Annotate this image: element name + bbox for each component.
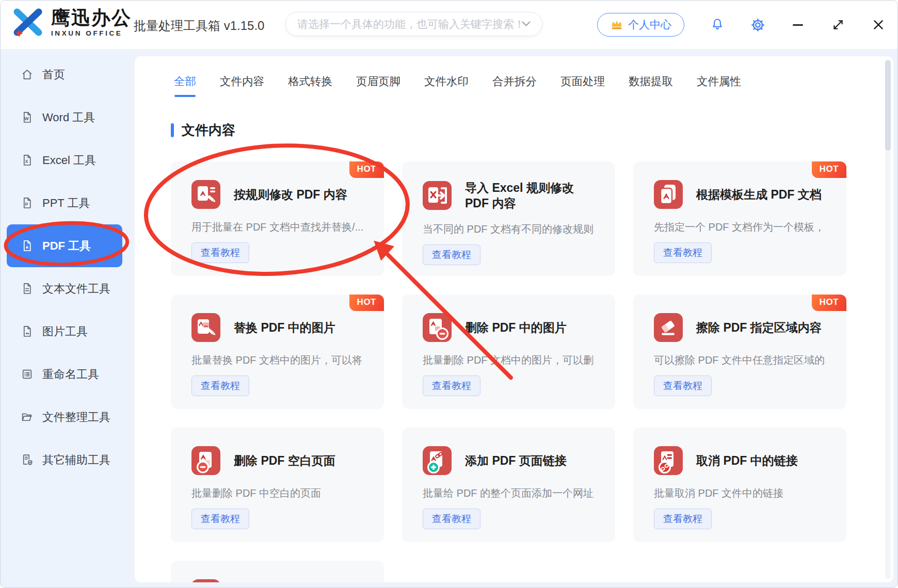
sidebar-item-label: 首页 xyxy=(42,67,65,83)
tutorial-button[interactable]: 查看教程 xyxy=(423,375,480,396)
card-title: 取消 PDF 中的链接 xyxy=(696,453,798,468)
pdf-link-cancel-icon xyxy=(654,446,683,475)
card-modify-pdf-by-rule[interactable]: HOT 按规则修改 PDF 内容 用于批量在 PDF 文档中查找并替换/... … xyxy=(171,161,384,276)
sidebar-item-excel-tools[interactable]: X Excel 工具 xyxy=(1,139,127,182)
sidebar: 首页 W Word 工具 X Excel 工具 P PPT 工具 PDF 工具 … xyxy=(1,49,127,587)
sidebar-item-label: Excel 工具 xyxy=(42,153,96,168)
bell-icon[interactable] xyxy=(709,16,726,34)
tab-file-content[interactable]: 文件内容 xyxy=(220,74,264,97)
svg-text:X: X xyxy=(25,159,28,164)
card-add-pdf-page-links[interactable]: 添加 PDF 页面链接 批量给 PDF 的整个页面添加一个网址... 查看教程 xyxy=(402,428,615,542)
brand-name: 鹰迅办公 xyxy=(51,8,132,27)
brand-logo: 鹰迅办公 INXUN OFFICE xyxy=(12,8,132,38)
user-center-label: 个人中心 xyxy=(628,18,671,32)
text-file-icon xyxy=(20,282,34,296)
pdf-link-add-icon xyxy=(423,446,452,475)
card-title: 按规则修改 PDF 内容 xyxy=(234,187,347,202)
folder-open-icon xyxy=(20,411,34,424)
sidebar-item-label: PDF 工具 xyxy=(42,238,91,254)
card-description: 批量替换 PDF 文档中的图片，可以将... xyxy=(191,353,363,367)
tutorial-button[interactable]: 查看教程 xyxy=(191,375,249,396)
hot-badge: HOT xyxy=(812,295,846,311)
sidebar-item-word-tools[interactable]: W Word 工具 xyxy=(1,96,127,139)
search-input[interactable] xyxy=(297,18,522,30)
tab-file-attributes[interactable]: 文件属性 xyxy=(697,74,741,97)
card-description: 批量删除 PDF 文档中的图片，可以删... xyxy=(423,353,595,367)
tab-format-convert[interactable]: 格式转换 xyxy=(288,74,332,97)
tutorial-button[interactable]: 查看教程 xyxy=(191,242,249,263)
sidebar-item-image-tools[interactable]: 图片工具 xyxy=(1,310,127,353)
brand-subtitle: INXUN OFFICE xyxy=(51,30,132,37)
card-title: 替换 PDF 中的图片 xyxy=(234,320,335,335)
sidebar-item-rename-tools[interactable]: 重命名工具 xyxy=(1,353,127,396)
sidebar-item-label: Word 工具 xyxy=(42,110,95,125)
pdf-image-replace-icon xyxy=(191,313,220,342)
tab-header-footer[interactable]: 页眉页脚 xyxy=(356,74,400,97)
sidebar-item-label: 图片工具 xyxy=(42,324,88,339)
card-description: 批量删除 PDF 中空白的页面 xyxy=(191,486,363,500)
pdf-edit-icon xyxy=(191,180,220,209)
sidebar-item-label: 其它辅助工具 xyxy=(42,452,110,468)
card-title: 根据模板生成 PDF 文档 xyxy=(696,187,822,202)
tab-page-process[interactable]: 页面处理 xyxy=(560,74,605,97)
card-title: 删除 PDF 空白页面 xyxy=(234,453,335,468)
card-title: 删除 PDF 中的图片 xyxy=(465,320,567,335)
section-header: 文件内容 xyxy=(171,121,235,139)
card-description: 当不同的 PDF 文档有不同的修改规则... xyxy=(423,222,595,236)
sidebar-item-label: PPT 工具 xyxy=(42,195,90,211)
sidebar-item-pdf-tools[interactable]: PDF 工具 xyxy=(7,224,122,267)
sidebar-item-file-organize-tools[interactable]: 文件整理工具 xyxy=(1,396,127,438)
tutorial-button[interactable]: 查看教程 xyxy=(654,242,712,263)
search-box[interactable] xyxy=(285,12,542,36)
sidebar-item-home[interactable]: 首页 xyxy=(1,53,127,96)
partial-tool-card[interactable] xyxy=(171,561,384,582)
card-description: 先指定一个 PDF 文档作为一个模板，... xyxy=(654,220,826,234)
tutorial-button[interactable]: 查看教程 xyxy=(423,509,480,529)
tutorial-button[interactable]: 查看教程 xyxy=(654,375,712,396)
tutorial-button[interactable]: 查看教程 xyxy=(654,509,712,529)
hot-badge: HOT xyxy=(812,161,846,178)
card-replace-pdf-images[interactable]: HOT 替换 PDF 中的图片 批量替换 PDF 文档中的图片，可以将... 查… xyxy=(171,295,384,409)
tab-watermark[interactable]: 文件水印 xyxy=(424,74,469,97)
pdf-template-icon xyxy=(654,180,683,209)
sidebar-item-text-file-tools[interactable]: 文本文件工具 xyxy=(1,267,127,310)
image-file-icon xyxy=(20,325,34,338)
card-erase-pdf-region[interactable]: HOT 擦除 PDF 指定区域内容 可以擦除 PDF 文件中任意指定区域的...… xyxy=(633,295,846,409)
maximize-button[interactable] xyxy=(829,16,847,34)
card-title: 擦除 PDF 指定区域内容 xyxy=(696,320,822,335)
excel-doc-icon: X xyxy=(20,154,34,167)
tab-merge-split[interactable]: 合并拆分 xyxy=(492,74,537,97)
scrollbar-thumb[interactable] xyxy=(885,60,891,151)
main-panel: 全部 文件内容 格式转换 页眉页脚 文件水印 合并拆分 页面处理 数据提取 文件… xyxy=(135,56,893,582)
tab-data-extract[interactable]: 数据提取 xyxy=(629,74,673,97)
crown-icon xyxy=(610,19,623,31)
sidebar-item-other-tools[interactable]: 其它辅助工具 xyxy=(1,438,127,481)
card-delete-blank-pages[interactable]: 删除 PDF 空白页面 批量删除 PDF 中空白的页面 查看教程 xyxy=(171,428,384,542)
user-center-button[interactable]: 个人中心 xyxy=(597,13,684,37)
card-title: 导入 Excel 规则修改 PDF 内容 xyxy=(465,180,600,211)
doc-shield-icon xyxy=(20,453,34,467)
header: 鹰迅办公 INXUN OFFICE 批量处理工具箱 v1.15.0 个人中心 xyxy=(1,1,897,49)
minimize-button[interactable] xyxy=(789,16,807,34)
card-generate-pdf-from-template[interactable]: HOT 根据模板生成 PDF 文档 先指定一个 PDF 文档作为一个模板，...… xyxy=(633,161,846,276)
app-window: 鹰迅办公 INXUN OFFICE 批量处理工具箱 v1.15.0 个人中心 xyxy=(0,0,898,588)
card-title: 添加 PDF 页面链接 xyxy=(465,453,567,468)
pdf-tool-icon xyxy=(191,579,220,582)
tutorial-button[interactable]: 查看教程 xyxy=(423,244,480,265)
card-cancel-pdf-links[interactable]: 取消 PDF 中的链接 批量取消 PDF 文件中的链接 查看教程 xyxy=(633,428,846,542)
pdf-blank-delete-icon xyxy=(191,446,220,475)
gear-icon[interactable] xyxy=(749,16,766,34)
excel-import-icon xyxy=(423,181,452,210)
sidebar-item-ppt-tools[interactable]: P PPT 工具 xyxy=(1,182,127,224)
scrollbar-track[interactable] xyxy=(885,59,891,579)
hot-badge: HOT xyxy=(349,295,384,311)
close-button[interactable] xyxy=(870,16,887,34)
word-doc-icon: W xyxy=(20,111,34,124)
card-import-excel-modify-pdf[interactable]: 导入 Excel 规则修改 PDF 内容 当不同的 PDF 文档有不同的修改规则… xyxy=(402,161,615,276)
tab-all[interactable]: 全部 xyxy=(174,74,196,97)
card-delete-pdf-images[interactable]: 删除 PDF 中的图片 批量删除 PDF 文档中的图片，可以删... 查看教程 xyxy=(402,295,615,409)
tutorial-button[interactable]: 查看教程 xyxy=(191,509,249,529)
card-description: 用于批量在 PDF 文档中查找并替换/... xyxy=(191,220,363,234)
svg-text:W: W xyxy=(24,116,29,121)
hot-badge: HOT xyxy=(349,161,384,178)
